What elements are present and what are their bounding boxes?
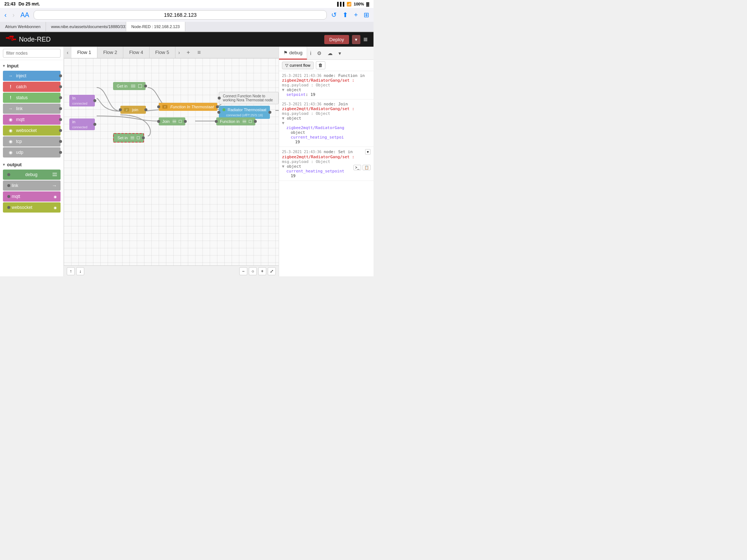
debug-tree-1: setpoint: 19 [282, 92, 371, 97]
canvas-node-in-purple-2[interactable]: in connected [69, 118, 95, 130]
node-inject[interactable]: → inject [3, 71, 61, 81]
canvas-node-join[interactable]: J join [120, 106, 146, 114]
node-inject-label: inject [16, 73, 26, 78]
sidebar-search [0, 47, 63, 60]
flow-canvas[interactable]: Get in In connected [64, 58, 279, 265]
svg-rect-2 [12, 39, 16, 40]
tab-nibe[interactable]: www.nibe.eu/assets/documents/18880/33139… [46, 22, 126, 31]
reload-button[interactable]: ↺ [330, 10, 338, 20]
mqtt-out-port-left [7, 195, 10, 198]
current-flow-label: current flow [290, 63, 310, 67]
reader-button[interactable]: AA [19, 11, 31, 20]
debug-copy-button[interactable]: >_ [353, 165, 361, 170]
node-mqtt-output[interactable]: mqtt ◉ [3, 191, 61, 202]
category-input[interactable]: ▾ input [0, 62, 63, 70]
date: Do 25 mrt. [19, 1, 40, 7]
canvas-node-function-in[interactable]: Function in [216, 117, 255, 125]
category-output[interactable]: ▾ output [0, 160, 63, 169]
websocket-in-icon: ◉ [7, 127, 14, 134]
debug-entry-3-header: 25-3-2021 21:43:36 node: Set in [282, 149, 353, 154]
address-bar[interactable] [34, 10, 327, 20]
flow-tab-next-button[interactable]: › [175, 47, 183, 58]
udp-in-icon: ◉ [7, 149, 14, 156]
connect-fn-label: Connect Function Node to working Nora Th… [223, 94, 275, 102]
join2-label: Join [162, 119, 170, 124]
debug-tab-debug[interactable]: ⚑ debug [279, 47, 307, 59]
node-websocket-input[interactable]: ◉ websocket [3, 125, 61, 136]
debug-topic-2: zigbee2mqtt/RadiatorGang/set : [282, 106, 371, 111]
node-link-input[interactable]: → link [3, 104, 61, 114]
forward-button[interactable]: › [11, 11, 16, 20]
node-debug-output[interactable]: debug [3, 170, 61, 180]
function-in-thermostaat-label: Function In Thermostaat [170, 105, 214, 109]
filter-nodes-input[interactable] [3, 49, 61, 58]
debug-pin-button[interactable]: 📋 [363, 165, 371, 170]
node-udp-input[interactable]: ◉ udp [3, 147, 61, 158]
node-mqtt-input[interactable]: ◉ mqtt [3, 114, 61, 125]
canvas-node-connect-fn[interactable]: Connect Function Node to working Nora Th… [219, 92, 279, 104]
node-link-output[interactable]: link → [3, 180, 61, 191]
flow-tab-4[interactable]: Flow 4 [123, 47, 149, 58]
debug-entry-2-header: 25-3-2021 21:43:36 node: Join [282, 102, 371, 106]
canvas-node-function-in-thermostaat[interactable]: f Function In Thermostaat [159, 103, 217, 111]
radiator-sublabel: connected (off/T:25/S:19) [222, 113, 263, 117]
nodered-logo: Node-RED [6, 36, 51, 43]
join2-port-right [184, 120, 187, 123]
zoom-fit-button[interactable]: ○ [249, 267, 257, 275]
node-status[interactable]: ! status [3, 93, 61, 103]
battery-icon: ▓ [366, 2, 369, 6]
hamburger-button[interactable]: ≡ [363, 35, 368, 44]
browser-chrome: ‹ › AA ↺ ⬆ + ⊞ Atrium Werkbonnen www.nib… [0, 8, 374, 32]
node-mqtt-output-label: mqtt [12, 194, 20, 199]
flow-tab-5[interactable]: Flow 5 [150, 47, 175, 58]
canvas-node-in-purple-1[interactable]: In connected [69, 95, 95, 106]
flow-tab-prev-button[interactable]: ‹ [64, 47, 71, 58]
back-button[interactable]: ‹ [3, 11, 8, 20]
debug-tab-label: debug [289, 50, 302, 55]
canvas-node-get-in[interactable]: Get in [113, 82, 146, 90]
nodered-header: Node-RED Deploy ▾ ≡ [0, 32, 374, 47]
websocket-in-port-right [59, 129, 62, 132]
deploy-dropdown-button[interactable]: ▾ [352, 35, 360, 44]
new-tab-button[interactable]: + [352, 11, 359, 20]
tab-atrium[interactable]: Atrium Werkbonnen [0, 22, 46, 31]
debug-payload-3: msg.payload : Object [282, 159, 371, 164]
join2-port-left [157, 120, 160, 123]
current-flow-button[interactable]: ▽ current flow [282, 62, 314, 69]
debug-entry-3-dropdown[interactable]: ▾ [365, 149, 371, 155]
node-websocket-output-label: websocket [12, 205, 32, 210]
tab-nodered[interactable]: Node-RED : 192.168.2.123 [126, 22, 185, 31]
fullscreen-button[interactable]: ⤢ [268, 267, 276, 275]
zoom-out-button[interactable]: − [239, 267, 247, 275]
canvas-node-set-in[interactable]: Set in [113, 133, 144, 143]
node-tcp-input[interactable]: ◉ tcp [3, 136, 61, 147]
debug-tab-dropdown[interactable]: ▾ [336, 47, 344, 59]
scroll-down-button[interactable]: ↓ [76, 267, 84, 275]
flow-tab-menu-button[interactable]: ≡ [194, 47, 204, 58]
category-arrow-input: ▾ [3, 64, 5, 68]
node-catch[interactable]: ! catch [3, 82, 61, 92]
join-label: join [132, 108, 138, 112]
sidebar-panel: ▾ input → inject ! catch [0, 47, 64, 276]
radiator-port-right [268, 111, 271, 114]
debug-clear-button[interactable]: 🗑 [316, 61, 325, 69]
debug-tab-cloud[interactable]: ☁ [325, 47, 336, 59]
share-button[interactable]: ⬆ [341, 10, 349, 20]
canvas-node-radiator-thermostaat[interactable]: Radiator Thermostaat connected (off/T:25… [219, 106, 270, 119]
debug-entry-1: 25-3-2021 21:43:36 node: Function in zig… [279, 71, 374, 100]
deploy-button[interactable]: Deploy [324, 35, 349, 44]
zoom-in-button[interactable]: + [258, 267, 266, 275]
debug-port-left [7, 173, 10, 176]
mqtt-in-port-right [59, 118, 62, 121]
tcp-in-icon: ◉ [7, 138, 14, 145]
debug-panel: ⚑ debug i ⚙ ☁ ▾ ▽ current flow 🗑 [279, 47, 374, 276]
debug-tab-settings[interactable]: ⚙ [314, 47, 325, 59]
tabs-button[interactable]: ⊞ [362, 10, 371, 20]
flow-tab-2[interactable]: Flow 2 [97, 47, 123, 58]
flow-tab-add-button[interactable]: + [183, 47, 194, 58]
node-websocket-output[interactable]: websocket ◉ [3, 202, 61, 213]
flow-tab-1[interactable]: Flow 1 [71, 47, 97, 58]
debug-tab-info[interactable]: i [307, 47, 314, 59]
canvas-node-join2[interactable]: Join [159, 117, 185, 125]
scroll-up-button[interactable]: ↑ [67, 267, 75, 275]
